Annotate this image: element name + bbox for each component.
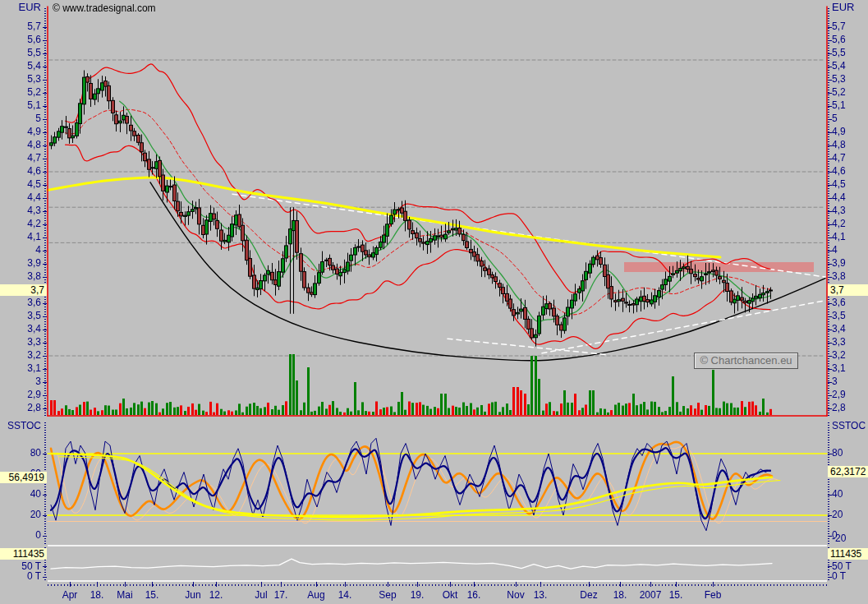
sstoc-tick-label: 20 [832,509,843,520]
price-tick-label: 3,3 [832,337,846,348]
price-tick-label: 4,2 [832,219,846,229]
x-axis-label: Mai [117,589,132,601]
price-tick-label: 5 [832,113,838,124]
sstoc-tick-label: 20 [0,509,41,520]
price-tick-label: 3,6 [0,297,41,308]
price-tick-label: 5,2 [832,87,846,98]
price-tick-label: 3,6 [832,297,846,308]
price-tick-label: 5,2 [0,87,41,98]
obv-tick-label: 0 T [832,571,846,582]
price-axis-ticks-left [44,8,46,416]
price-tick-label: 2,9 [0,390,41,400]
x-axis-label: Feb [705,589,722,601]
price-tick-label: 4,3 [0,205,41,216]
price-tick-label: 4,5 [0,179,41,190]
x-axis-label: 18. [90,589,104,601]
price-tick-label: 3,2 [832,350,846,361]
price-tick-label: 3,1 [832,363,846,374]
x-axis-label: Dez [580,589,597,601]
price-tick-label: 5,1 [0,100,41,111]
price-tick-label: 3,2 [0,350,41,361]
x-axis-label: Okt [443,589,458,601]
price-tick-label: 4,9 [0,127,41,137]
price-tick-label: 3,5 [832,311,846,321]
panel-separator [48,545,827,546]
price-tick-label: 5,7 [0,21,41,32]
x-axis-label: 18. [613,589,627,601]
x-axis-label: 15. [669,589,683,601]
price-tick-label: 4,7 [832,153,846,164]
sstoc-title-left: SSTOC [0,421,41,431]
price-axis-ticks-right [828,8,829,416]
price-tick-label: 5 [0,113,41,124]
price-tick-label: 4,6 [0,166,41,177]
panel-separator [48,580,827,582]
x-axis-label: Aug [307,589,324,601]
sstoc-tick-label: 40 [832,489,843,500]
price-tick-label: 3 [0,376,41,387]
price-tick-label: 4,4 [0,192,41,203]
price-tick-label: 3,5 [0,311,41,321]
obv-tick-label: 0 T [0,571,41,582]
price-axis-unit-left: EUR [0,2,41,12]
x-axis-minor-ticks [48,584,827,586]
price-tick-label: 5,5 [832,48,846,58]
price-tick-label: 3,8 [0,271,41,282]
price-tick-label: 3,1 [0,363,41,374]
x-axis-label: Sep [379,589,396,601]
obv-value-marker-left: 111435 [0,548,47,560]
price-tick-label: 4,6 [832,166,846,177]
obv-value-marker-right: 111435 [828,548,868,560]
chart-canvas [0,0,868,604]
price-tick-label: 2,9 [832,390,846,400]
sstoc-tick-label: 0 [0,530,41,541]
price-tick-label: 5,3 [0,74,41,85]
price-tick-label: 4,8 [0,140,41,150]
x-axis-label: 12. [209,589,223,601]
price-tick-label: 3,9 [0,258,41,269]
price-tick-label: 4,5 [832,179,846,190]
price-tick-label: 5,4 [832,61,846,71]
sstoc-title-right: SSTOC [832,421,866,431]
price-tick-label: 4,9 [832,127,846,137]
sstoc-tick-label: 40 [0,489,41,500]
x-axis-label: Jun [185,589,200,601]
price-tick-label: 2,8 [832,403,846,413]
price-tick-label: 5,3 [832,74,846,85]
price-tick-label: 2,8 [0,403,41,413]
price-tick-label: 5,6 [0,35,41,45]
price-tick-label: 3,4 [0,324,41,334]
x-axis-label: 13. [534,589,548,601]
price-tick-label: 4 [0,245,41,256]
price-tick-label: 5,1 [832,100,846,111]
price-tick-label: 4,2 [0,219,41,229]
price-tick-label: 3,3 [0,337,41,348]
price-tick-label: 3 [832,376,838,387]
tradesignal-copyright: © www.tradesignal.com [53,2,156,14]
sstoc-value-marker-right: 62,3172 [828,466,868,477]
x-axis-label: 14. [338,589,352,601]
x-axis-label: 15. [145,589,159,601]
trading-chart-window: EUR EUR © www.tradesignal.com SSTOC SSTO… [0,0,868,604]
price-tick-label: 4,3 [832,205,846,216]
x-axis-label: 19. [411,589,425,601]
price-tick-label: 3,4 [832,324,846,334]
price-tick-label: 4,1 [0,232,41,242]
price-tick-label: 4,4 [832,192,846,203]
x-axis-label: 2007 [640,589,662,601]
chartchancen-watermark: © Chartchancen.eu [694,353,798,369]
x-axis-label: Nov [507,589,524,601]
x-axis-label: Apr [62,589,78,601]
x-axis-label: 16. [467,589,481,601]
price-tick-label: 3,8 [832,271,846,282]
price-tick-label: 5,5 [0,48,41,58]
sstoc-tick-label: 80 [832,448,843,459]
price-tick-label: 5,6 [832,35,846,45]
price-tick-label: 4,1 [832,232,846,242]
x-axis-label: 17. [274,589,288,601]
price-axis-unit-right: EUR [832,2,854,12]
price-tick-label: 3,9 [832,258,846,269]
price-tick-label: 4 [832,245,838,256]
sstoc-value-marker-left: 56,4919 [0,472,47,483]
last-price-marker-left: 3,7 [0,284,47,296]
